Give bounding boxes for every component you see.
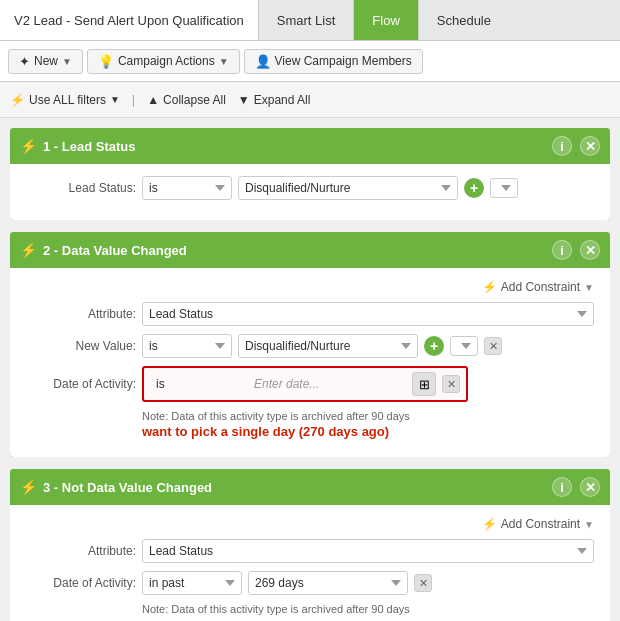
- expand-all[interactable]: ▼ Expand All: [238, 93, 311, 107]
- group2-header: ⚡ 2 - Data Value Changed i ✕: [10, 232, 610, 268]
- campaign-actions-icon: 💡: [98, 54, 114, 69]
- value-options[interactable]: [490, 178, 518, 198]
- group3-attribute-row: Attribute: Lead Status: [26, 539, 594, 563]
- main-content: ⚡ 1 - Lead Status i ✕ Lead Status: is Di…: [0, 118, 620, 621]
- collapse-icon: ▲: [147, 93, 159, 107]
- campaign-actions-button[interactable]: 💡 Campaign Actions ▼: [87, 49, 240, 74]
- group1-actions: i ✕: [552, 136, 600, 156]
- group3-date-row: Date of Activity: in past 269 days ✕: [26, 571, 594, 595]
- group1-header: ⚡ 1 - Lead Status i ✕: [10, 128, 610, 164]
- expand-icon: ▼: [238, 93, 250, 107]
- filter-group-2: ⚡ 2 - Data Value Changed i ✕ ⚡ Add Const…: [10, 232, 610, 457]
- group2-body: ⚡ Add Constraint ▼ Attribute: Lead Statu…: [10, 268, 610, 457]
- view-members-button[interactable]: 👤 View Campaign Members: [244, 49, 423, 74]
- group3-icon: ⚡: [20, 479, 37, 495]
- collapse-all[interactable]: ▲ Collapse All: [147, 93, 226, 107]
- add-newvalue-btn[interactable]: +: [424, 336, 444, 356]
- group1-info-btn[interactable]: i: [552, 136, 572, 156]
- filter-bar: ⚡ Use ALL filters ▼ | ▲ Collapse All ▼ E…: [0, 82, 620, 118]
- group1-close-btn[interactable]: ✕: [580, 136, 600, 156]
- campaign-actions-arrow: ▼: [219, 56, 229, 67]
- attribute-label: Attribute:: [26, 307, 136, 321]
- calendar-btn[interactable]: ⊞: [412, 372, 436, 396]
- group3-info-btn[interactable]: i: [552, 477, 572, 497]
- separator: |: [132, 92, 135, 107]
- group3-body: ⚡ Add Constraint ▼ Attribute: Lead Statu…: [10, 505, 610, 621]
- group2-note: Note: Data of this activity type is arch…: [142, 410, 594, 422]
- top-nav: V2 Lead - Send Alert Upon Qualification …: [0, 0, 620, 41]
- filter-group-3: ⚡ 3 - Not Data Value Changed i ✕ ⚡ Add C…: [10, 469, 610, 621]
- new-dropdown-arrow: ▼: [62, 56, 72, 67]
- tab-flow[interactable]: Flow: [354, 0, 418, 40]
- add-constraint-btn-3[interactable]: ⚡ Add Constraint ▼: [482, 517, 594, 531]
- group3-actions: i ✕: [552, 477, 600, 497]
- group3-note: Note: Data of this activity type is arch…: [142, 603, 594, 615]
- group2-icon: ⚡: [20, 242, 37, 258]
- group2-error: want to pick a single day (270 days ago): [142, 424, 594, 439]
- new-value-select[interactable]: Disqualified/Nurture: [238, 334, 418, 358]
- group2-actions: i ✕: [552, 240, 600, 260]
- group3-date-label: Date of Activity:: [26, 576, 136, 590]
- group1-body: Lead Status: is Disqualified/Nurture +: [10, 164, 610, 220]
- use-all-filters[interactable]: ⚡ Use ALL filters ▼: [10, 93, 120, 107]
- add-constraint-icon-3: ⚡: [482, 517, 497, 531]
- remove-newvalue-btn[interactable]: ✕: [484, 337, 502, 355]
- new-button[interactable]: ✦ New ▼: [8, 49, 83, 74]
- date-operator[interactable]: is: [150, 373, 240, 395]
- group3-date-operator[interactable]: in past: [142, 571, 242, 595]
- group2-close-btn[interactable]: ✕: [580, 240, 600, 260]
- add-constraint-row-2: ⚡ Add Constraint ▼: [26, 280, 594, 294]
- group2-date-row: Date of Activity: is ⊞ ✕: [26, 366, 594, 402]
- newvalue-options[interactable]: [450, 336, 478, 356]
- group2-info-btn[interactable]: i: [552, 240, 572, 260]
- date-input[interactable]: [246, 373, 406, 395]
- lead-status-label: Lead Status:: [26, 181, 136, 195]
- filter-group-1: ⚡ 1 - Lead Status i ✕ Lead Status: is Di…: [10, 128, 610, 220]
- group2-attribute-row: Attribute: Lead Status: [26, 302, 594, 326]
- filter-dropdown-arrow: ▼: [110, 94, 120, 105]
- lead-status-value[interactable]: Disqualified/Nurture: [238, 176, 458, 200]
- new-value-operator[interactable]: is: [142, 334, 232, 358]
- add-constraint-icon: ⚡: [482, 280, 497, 294]
- new-value-label: New Value:: [26, 339, 136, 353]
- group3-close-btn[interactable]: ✕: [580, 477, 600, 497]
- tab-smart-list[interactable]: Smart List: [259, 0, 355, 40]
- filter-icon: ⚡: [10, 93, 25, 107]
- tab-schedule[interactable]: Schedule: [419, 0, 509, 40]
- group3-remove-date-btn[interactable]: ✕: [414, 574, 432, 592]
- view-members-icon: 👤: [255, 54, 271, 69]
- group2-newvalue-row: New Value: is Disqualified/Nurture + ✕: [26, 334, 594, 358]
- group3-attribute-select[interactable]: Lead Status: [142, 539, 594, 563]
- add-constraint-arrow: ▼: [584, 282, 594, 293]
- attribute-select[interactable]: Lead Status: [142, 302, 594, 326]
- campaign-title: V2 Lead - Send Alert Upon Qualification: [0, 0, 259, 40]
- add-constraint-row-3: ⚡ Add Constraint ▼: [26, 517, 594, 531]
- add-constraint-btn-2[interactable]: ⚡ Add Constraint ▼: [482, 280, 594, 294]
- group3-attribute-label: Attribute:: [26, 544, 136, 558]
- lead-status-operator[interactable]: is: [142, 176, 232, 200]
- group3-date-value[interactable]: 269 days: [248, 571, 408, 595]
- date-activity-label: Date of Activity:: [26, 377, 136, 391]
- group1-row1: Lead Status: is Disqualified/Nurture +: [26, 176, 594, 200]
- group1-icon: ⚡: [20, 138, 37, 154]
- remove-date-btn[interactable]: ✕: [442, 375, 460, 393]
- add-value-btn[interactable]: +: [464, 178, 484, 198]
- add-constraint-arrow-3: ▼: [584, 519, 594, 530]
- group3-header: ⚡ 3 - Not Data Value Changed i ✕: [10, 469, 610, 505]
- new-icon: ✦: [19, 54, 30, 69]
- date-highlighted-container: is ⊞ ✕: [142, 366, 468, 402]
- toolbar: ✦ New ▼ 💡 Campaign Actions ▼ 👤 View Camp…: [0, 41, 620, 82]
